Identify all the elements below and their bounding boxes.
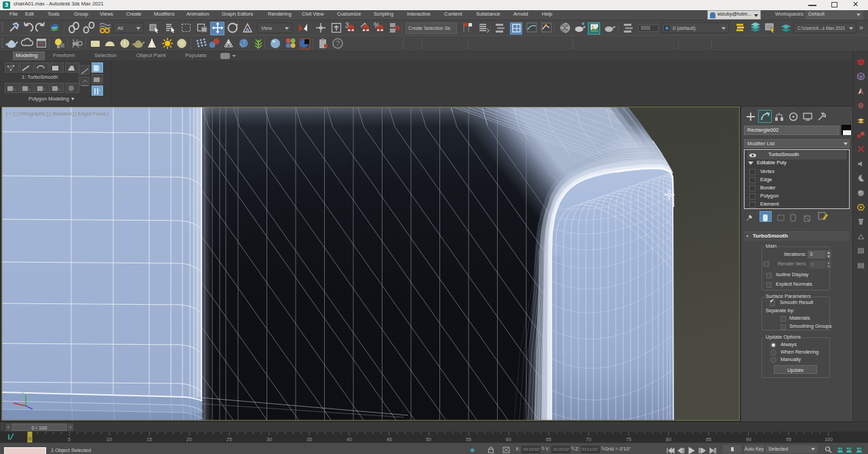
svg-text:35: 35	[307, 437, 312, 442]
svg-text:75: 75	[626, 437, 631, 442]
svg-text:25: 25	[226, 437, 232, 442]
svg-text:50: 50	[426, 437, 431, 442]
svg-text:45: 45	[387, 437, 392, 442]
svg-text:[ + ] [ Orthographic ] [ Stand: [ + ] [ Orthographic ] [ Standard ] [ Ed…	[6, 111, 108, 117]
svg-text:0: 0	[28, 436, 31, 441]
svg-text:70: 70	[586, 437, 591, 442]
svg-text:z: z	[22, 390, 24, 394]
svg-text:100: 100	[825, 437, 833, 442]
svg-text:65: 65	[546, 437, 551, 442]
svg-text:60: 60	[506, 437, 511, 442]
svg-text:30: 30	[267, 437, 272, 442]
svg-text:15: 15	[146, 437, 152, 442]
svg-text:x: x	[10, 397, 13, 402]
svg-text:?: ?	[336, 39, 340, 48]
svg-text:10: 10	[106, 437, 112, 442]
svg-text:40: 40	[347, 437, 352, 442]
svg-text:55: 55	[466, 437, 471, 442]
svg-text:20: 20	[186, 437, 192, 442]
svg-text:95: 95	[786, 437, 791, 442]
svg-text:80: 80	[666, 437, 671, 442]
svg-text:85: 85	[706, 437, 711, 442]
svg-text:90: 90	[746, 437, 751, 442]
svg-text:5: 5	[68, 437, 71, 442]
